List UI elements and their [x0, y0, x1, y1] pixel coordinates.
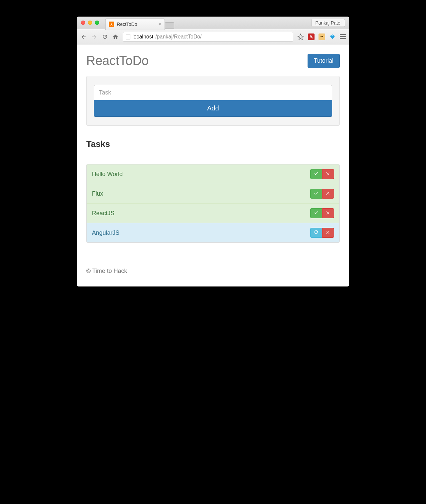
- task-row: Hello World: [87, 164, 339, 184]
- back-button[interactable]: [80, 33, 87, 40]
- task-row: ReactJS: [87, 204, 339, 223]
- task-name: ReactJS: [92, 210, 114, 217]
- reload-icon: [102, 34, 108, 40]
- task-actions: [310, 169, 334, 179]
- delete-task-button[interactable]: [322, 208, 334, 218]
- new-tab-button[interactable]: [165, 22, 174, 29]
- window-minimize-button[interactable]: [88, 21, 92, 25]
- check-icon: [314, 210, 319, 217]
- url-path: /pankaj/ReactToDo/: [155, 34, 202, 40]
- check-icon: [314, 190, 319, 197]
- extension-wrench-icon[interactable]: [308, 33, 315, 40]
- page-title: ReactToDo: [86, 54, 149, 68]
- browser-toolbar: localhost/pankaj/ReactToDo/ ••: [77, 29, 349, 44]
- add-button[interactable]: Add: [94, 100, 332, 117]
- tutorial-button[interactable]: Tutorial: [308, 54, 340, 68]
- task-actions: [310, 228, 334, 238]
- arrow-right-icon: [91, 34, 97, 40]
- arrow-left-icon: [81, 34, 87, 40]
- task-actions: [310, 208, 334, 218]
- close-icon: [326, 210, 330, 217]
- refresh-task-button[interactable]: [310, 228, 322, 238]
- page-header: ReactToDo Tutorial: [86, 54, 340, 68]
- page-icon: [126, 34, 130, 39]
- bookmark-button[interactable]: [297, 33, 304, 40]
- delete-task-button[interactable]: [322, 189, 334, 199]
- reload-button[interactable]: [102, 33, 108, 40]
- tab-close-button[interactable]: ×: [158, 21, 161, 27]
- tasks-heading: Tasks: [86, 139, 340, 149]
- star-icon: [297, 33, 304, 40]
- extension-face-icon[interactable]: ••: [319, 33, 325, 40]
- footer-text: © Time to Hack: [86, 260, 340, 275]
- close-icon: [326, 171, 330, 178]
- url-host: localhost: [132, 34, 153, 40]
- complete-task-button[interactable]: [310, 169, 322, 179]
- window-maximize-button[interactable]: [95, 21, 99, 25]
- address-bar[interactable]: localhost/pankaj/ReactToDo/: [123, 32, 293, 42]
- hamburger-icon: [340, 34, 346, 35]
- add-task-panel: Add: [86, 76, 340, 126]
- window-close-button[interactable]: [81, 21, 85, 25]
- task-row: AngularJS: [87, 223, 339, 242]
- task-actions: [310, 189, 334, 199]
- refresh-icon: [314, 229, 319, 236]
- delete-task-button[interactable]: [322, 228, 334, 238]
- footer-divider: [86, 251, 340, 251]
- tab-title: RectToDo: [117, 22, 137, 27]
- browser-tab[interactable]: X RectToDo ×: [105, 19, 165, 30]
- browser-profile-button[interactable]: Pankaj Patel: [312, 19, 345, 27]
- browser-menu-button[interactable]: [340, 34, 346, 39]
- task-name: AngularJS: [92, 229, 119, 236]
- task-name: Hello World: [92, 171, 123, 178]
- extension-diamond-icon[interactable]: [329, 33, 336, 40]
- page-content: ReactToDo Tutorial Add Tasks Hello World…: [77, 44, 349, 286]
- forward-button[interactable]: [91, 33, 98, 40]
- home-button[interactable]: [112, 33, 119, 40]
- task-input[interactable]: [94, 85, 332, 100]
- complete-task-button[interactable]: [310, 208, 322, 218]
- delete-task-button[interactable]: [322, 169, 334, 179]
- divider: [86, 156, 340, 156]
- home-icon: [112, 34, 118, 40]
- task-row: Flux: [87, 184, 339, 204]
- close-icon: [326, 229, 330, 236]
- close-icon: [326, 190, 330, 197]
- complete-task-button[interactable]: [310, 189, 322, 199]
- task-name: Flux: [92, 190, 103, 197]
- profile-name: Pankaj Patel: [315, 20, 341, 26]
- titlebar: X RectToDo × Pankaj Patel: [77, 17, 349, 29]
- traffic-lights: [81, 21, 99, 25]
- xampp-favicon-icon: X: [109, 22, 114, 27]
- browser-window: X RectToDo × Pankaj Patel localhost/pank…: [77, 17, 349, 286]
- task-list: Hello WorldFluxReactJSAngularJS: [86, 164, 340, 243]
- check-icon: [314, 171, 319, 178]
